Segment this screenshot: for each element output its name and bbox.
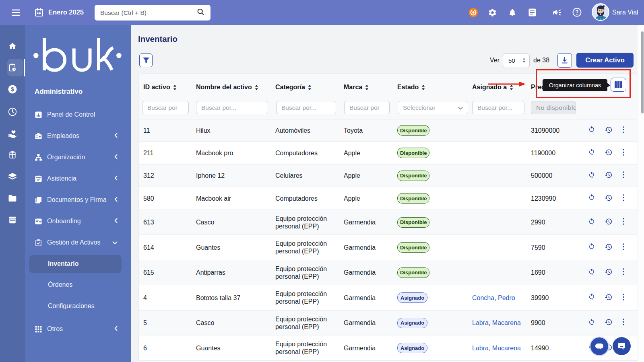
svg-text:$: $ xyxy=(11,86,14,93)
